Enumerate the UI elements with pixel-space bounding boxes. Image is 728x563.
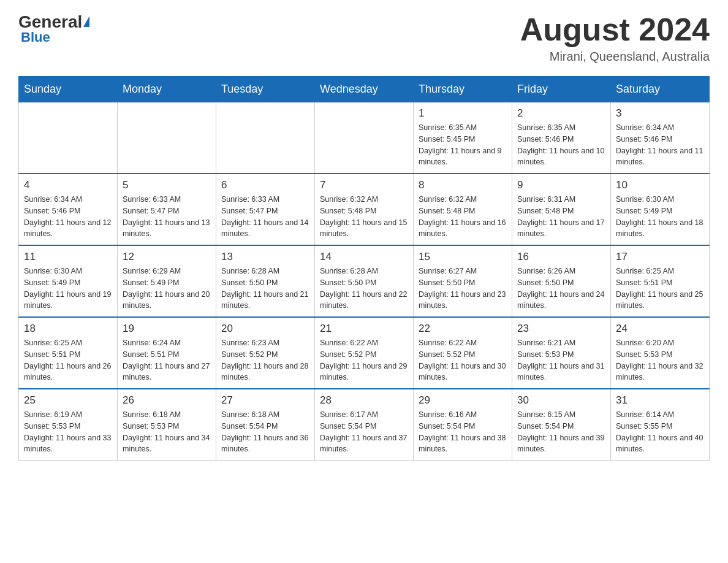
calendar-cell: 17Sunrise: 6:25 AMSunset: 5:51 PMDayligh… [611,245,710,317]
calendar-header-row: SundayMondayTuesdayWednesdayThursdayFrid… [19,77,710,102]
day-number: 14 [320,251,408,263]
calendar-cell: 23Sunrise: 6:21 AMSunset: 5:53 PMDayligh… [512,317,611,389]
day-info: Sunrise: 6:32 AMSunset: 5:48 PMDaylight:… [320,194,408,240]
calendar-cell: 21Sunrise: 6:22 AMSunset: 5:52 PMDayligh… [315,317,414,389]
day-info: Sunrise: 6:26 AMSunset: 5:50 PMDaylight:… [517,266,605,312]
calendar-cell: 27Sunrise: 6:18 AMSunset: 5:54 PMDayligh… [216,389,315,461]
calendar-cell: 28Sunrise: 6:17 AMSunset: 5:54 PMDayligh… [315,389,414,461]
day-info: Sunrise: 6:28 AMSunset: 5:50 PMDaylight:… [221,266,309,312]
day-number: 16 [517,251,605,263]
calendar-cell: 18Sunrise: 6:25 AMSunset: 5:51 PMDayligh… [19,317,118,389]
day-number: 30 [517,394,605,407]
calendar-cell: 9Sunrise: 6:31 AMSunset: 5:48 PMDaylight… [512,174,611,245]
day-number: 29 [419,394,507,407]
day-number: 28 [320,394,408,407]
day-info: Sunrise: 6:33 AMSunset: 5:47 PMDaylight:… [221,194,309,240]
day-info: Sunrise: 6:15 AMSunset: 5:54 PMDaylight:… [517,409,605,455]
day-number: 8 [419,179,507,191]
day-number: 19 [123,323,211,335]
calendar-cell [315,102,414,174]
calendar-week-3: 11Sunrise: 6:30 AMSunset: 5:49 PMDayligh… [19,245,710,317]
day-number: 4 [24,179,112,191]
location: Mirani, Queensland, Australia [520,50,710,64]
day-info: Sunrise: 6:23 AMSunset: 5:52 PMDaylight:… [221,337,309,383]
day-number: 6 [221,179,309,191]
day-info: Sunrise: 6:34 AMSunset: 5:46 PMDaylight:… [24,194,112,240]
calendar-cell [118,102,216,174]
calendar-week-5: 25Sunrise: 6:19 AMSunset: 5:53 PMDayligh… [19,389,710,461]
day-info: Sunrise: 6:35 AMSunset: 5:45 PMDaylight:… [419,122,507,168]
day-info: Sunrise: 6:28 AMSunset: 5:50 PMDaylight:… [320,266,408,312]
calendar-week-1: 1Sunrise: 6:35 AMSunset: 5:45 PMDaylight… [19,102,710,174]
day-number: 1 [419,107,507,120]
day-number: 25 [24,394,112,407]
day-header-saturday: Saturday [611,77,710,102]
day-number: 2 [517,107,605,120]
day-number: 10 [616,179,704,191]
calendar-cell: 24Sunrise: 6:20 AMSunset: 5:53 PMDayligh… [611,317,710,389]
day-info: Sunrise: 6:25 AMSunset: 5:51 PMDaylight:… [24,337,112,383]
day-info: Sunrise: 6:22 AMSunset: 5:52 PMDaylight:… [320,337,408,383]
calendar-cell: 26Sunrise: 6:18 AMSunset: 5:53 PMDayligh… [118,389,216,461]
calendar-cell: 3Sunrise: 6:34 AMSunset: 5:46 PMDaylight… [611,102,710,174]
page-header: General Blue August 2024 Mirani, Queensl… [18,12,710,64]
calendar-cell: 25Sunrise: 6:19 AMSunset: 5:53 PMDayligh… [19,389,118,461]
calendar-cell: 20Sunrise: 6:23 AMSunset: 5:52 PMDayligh… [216,317,315,389]
calendar-cell: 22Sunrise: 6:22 AMSunset: 5:52 PMDayligh… [414,317,512,389]
calendar-cell: 2Sunrise: 6:35 AMSunset: 5:46 PMDaylight… [512,102,611,174]
day-number: 3 [616,107,704,120]
day-info: Sunrise: 6:31 AMSunset: 5:48 PMDaylight:… [517,194,605,240]
calendar-cell: 7Sunrise: 6:32 AMSunset: 5:48 PMDaylight… [315,174,414,245]
day-info: Sunrise: 6:30 AMSunset: 5:49 PMDaylight:… [616,194,704,240]
day-number: 17 [616,251,704,263]
calendar-table: SundayMondayTuesdayWednesdayThursdayFrid… [18,76,710,461]
day-info: Sunrise: 6:20 AMSunset: 5:53 PMDaylight:… [616,337,704,383]
month-title: August 2024 [520,12,710,47]
calendar-cell: 1Sunrise: 6:35 AMSunset: 5:45 PMDaylight… [414,102,512,174]
day-number: 13 [221,251,309,263]
day-number: 27 [221,394,309,407]
day-info: Sunrise: 6:32 AMSunset: 5:48 PMDaylight:… [419,194,507,240]
calendar-week-2: 4Sunrise: 6:34 AMSunset: 5:46 PMDaylight… [19,174,710,245]
day-header-monday: Monday [118,77,216,102]
day-number: 31 [616,394,704,407]
day-info: Sunrise: 6:16 AMSunset: 5:54 PMDaylight:… [419,409,507,455]
day-number: 11 [24,251,112,263]
day-info: Sunrise: 6:25 AMSunset: 5:51 PMDaylight:… [616,266,704,312]
day-number: 23 [517,323,605,335]
day-header-wednesday: Wednesday [315,77,414,102]
day-info: Sunrise: 6:22 AMSunset: 5:52 PMDaylight:… [419,337,507,383]
calendar-cell: 6Sunrise: 6:33 AMSunset: 5:47 PMDaylight… [216,174,315,245]
day-number: 15 [419,251,507,263]
day-info: Sunrise: 6:34 AMSunset: 5:46 PMDaylight:… [616,122,704,168]
calendar-cell: 31Sunrise: 6:14 AMSunset: 5:55 PMDayligh… [611,389,710,461]
day-info: Sunrise: 6:24 AMSunset: 5:51 PMDaylight:… [123,337,211,383]
calendar-cell: 12Sunrise: 6:29 AMSunset: 5:49 PMDayligh… [118,245,216,317]
calendar-cell: 10Sunrise: 6:30 AMSunset: 5:49 PMDayligh… [611,174,710,245]
day-info: Sunrise: 6:29 AMSunset: 5:49 PMDaylight:… [123,266,211,312]
day-number: 22 [419,323,507,335]
calendar-cell: 5Sunrise: 6:33 AMSunset: 5:47 PMDaylight… [118,174,216,245]
day-number: 5 [123,179,211,191]
day-header-friday: Friday [512,77,611,102]
calendar-cell: 13Sunrise: 6:28 AMSunset: 5:50 PMDayligh… [216,245,315,317]
day-number: 20 [221,323,309,335]
day-header-thursday: Thursday [414,77,512,102]
day-info: Sunrise: 6:14 AMSunset: 5:55 PMDaylight:… [616,409,704,455]
day-info: Sunrise: 6:30 AMSunset: 5:49 PMDaylight:… [24,266,112,312]
day-info: Sunrise: 6:21 AMSunset: 5:53 PMDaylight:… [517,337,605,383]
calendar-cell [19,102,118,174]
day-number: 18 [24,323,112,335]
calendar-cell: 15Sunrise: 6:27 AMSunset: 5:50 PMDayligh… [414,245,512,317]
day-info: Sunrise: 6:17 AMSunset: 5:54 PMDaylight:… [320,409,408,455]
title-section: August 2024 Mirani, Queensland, Australi… [520,12,710,64]
day-info: Sunrise: 6:18 AMSunset: 5:54 PMDaylight:… [221,409,309,455]
day-number: 7 [320,179,408,191]
day-number: 26 [123,394,211,407]
calendar-cell: 11Sunrise: 6:30 AMSunset: 5:49 PMDayligh… [19,245,118,317]
calendar-week-4: 18Sunrise: 6:25 AMSunset: 5:51 PMDayligh… [19,317,710,389]
day-number: 21 [320,323,408,335]
day-info: Sunrise: 6:27 AMSunset: 5:50 PMDaylight:… [419,266,507,312]
calendar-cell: 16Sunrise: 6:26 AMSunset: 5:50 PMDayligh… [512,245,611,317]
calendar-cell [216,102,315,174]
